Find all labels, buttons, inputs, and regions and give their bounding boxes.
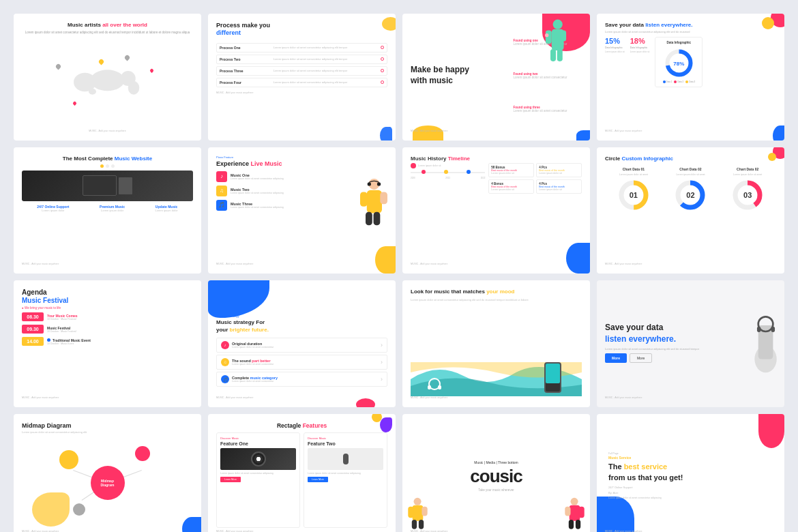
slide4-desc: Lorem ipsum dolor sit amet consectetur a… [605,30,699,33]
slide8-title: Circle Custom Infographic [605,156,776,162]
slide7-cards: 58 BonusBest music of the monthLorem ips… [488,163,582,194]
slide-10: Awesome Strategy Music strategy Foryour … [208,280,396,407]
slide15-content: Music | Media | Three bottom cousic Take… [411,422,582,530]
svg-rect-18 [366,212,372,226]
slide8-charts: Chart Data 01 Lorem ipsum dolor sit amet… [605,167,776,211]
process-item-4: Process Four Lorem ipsum dolor sit amet … [216,78,387,87]
slide15-subtitle: Music | Media | Three bottom [474,460,518,464]
svg-rect-35 [771,327,774,332]
slide-13: Midmap Diagram Lorem ipsum dolor sit ame… [14,414,201,532]
slide5-features: 24/7 Online SupportLorem ipsum dolor Pre… [22,205,193,212]
btn-learn-more-2[interactable]: Learn More [308,477,328,482]
schedule-item-2: 09.30 Music Festival 10 October · Music … [22,325,193,334]
stat-18: 18%Data InfographicLorem ipsum dolor sit [630,37,650,53]
blob-blue [380,127,392,141]
blob-pink [356,398,375,407]
process-item-2: Process Two Lorem ipsum dolor sit amet c… [216,55,387,64]
svg-point-1 [91,70,125,91]
option-3: 🎵 Complete music categoryLorem ipsum dol… [216,372,387,387]
chart-01: Chart Data 01 Lorem ipsum dolor sit amet… [617,167,650,211]
slide4-left: 15%Data InfographicLorem ipsum dolor sit… [605,37,649,57]
slide11-title: Look for music that matches your mood [411,289,582,295]
slide16-support: 24/7 Online Support [608,486,776,489]
slide15-tagline: Take your music wherever [478,488,514,492]
item-music-three: 🎵 Music ThreeLorem ipsum dolor sit amet … [216,200,310,211]
slide-14: Rectagle Features Discover Music Feature… [208,414,396,532]
slide6-footer: MUSIC - Add your music anywhere [216,263,387,265]
slide4-footer: MUSIC - Add your music anywhere [605,130,776,132]
svg-point-3 [128,81,140,95]
svg-rect-19 [373,212,380,226]
svg-point-11 [545,33,548,37]
blob-blue [773,125,784,141]
slide14-footer: MUSIC - Add your music anywhere [216,530,387,533]
card-2: 4 PcsBest music of the monthLorem ipsum … [536,163,582,177]
slide4-title: Save your data listen everywhere. [605,22,776,28]
slide10-footer: MUSIC - Add your music anywhere [216,396,387,399]
slide15-footer: MUSIC - Add your music anywhere [411,530,582,533]
donut-chart: 78% [664,48,694,78]
slide4-content: Save your data listen everywhere. Lorem … [605,22,776,87]
slide8-footer: MUSIC - Add your music anywhere [605,263,776,265]
midmap-center: MidmapDiagram [91,466,125,500]
stat-15: 15%Data InfographicLorem ipsum dolor sit [605,37,625,53]
slide12-desc: Lorem ipsum dolor sit amet consectetur a… [605,347,708,351]
svg-rect-9 [550,49,556,61]
slide3-footer: MUSIC - Add your music anywhere [411,130,582,132]
slide1-title: Music artists all over the world [22,22,193,28]
slide16-page-tag: Full Page [608,452,776,455]
figure-container [355,151,392,261]
item-music-one: ♪ Music OneLorem ipsum dolor sit amet co… [216,171,310,182]
slide9-subtitle: ● We bring your music to life [22,306,193,310]
hand-image [747,280,784,407]
slide5-title: The Most Complete Music Website [22,156,193,162]
headphones [424,377,445,391]
slide4-donut: Data Infographic 78% Data 1 Data 2 [655,37,703,87]
btn-more-1[interactable]: More [605,353,627,363]
map-pin-3 [123,54,130,61]
slide12-buttons: More More [605,353,708,363]
slide14-title: Rectagle Features [216,422,387,429]
timeline-line [411,172,485,173]
slide6-content: Piano Feature Experience Live Music ♪ Mu… [216,156,310,211]
donut-01: 01 [617,179,650,211]
slide-11: Look for music that matches your mood Lo… [402,280,590,407]
slide-2: Process make you different Process One L… [208,14,396,141]
slide5-dots [22,164,193,168]
option-2: ♫ The sound part betterLorem ipsum dolor… [216,355,387,370]
donut-02: 02 [674,179,707,211]
slide3-title: Make be happywith music [411,65,488,86]
schedule-item-3: 14.00 Traditional Music Event 10 October… [22,337,193,346]
slide-12: Save your datalisten everywhere. Lorem i… [597,280,784,407]
slide16-byline: By: Acei [608,491,776,494]
process-item-1: Process One Lorem ipsum dolor sit amet c… [216,43,387,53]
btn-learn-more-1[interactable]: Learn More [220,477,241,482]
chart-02: Chart Data 02 Lorem ipsum dolor sit amet… [674,167,707,211]
metric-2: Found using twoLorem ipsum dolor sit ame… [514,72,582,79]
slide7-left: Lorem ipsum dolor sit 202020212022 [411,163,485,194]
slide7-footer: MUSIC - Add your music anywhere [411,263,582,265]
donut-03: 03 [731,179,764,211]
slide-1: Music artists all over the world Lorem i… [14,14,201,141]
option-1: ♪ Original durationLorem ipsum dolor sit… [216,338,387,353]
node-2 [135,446,150,461]
slide-6: Piano Feature Experience Live Music ♪ Mu… [208,147,396,274]
btn-more-2[interactable]: More [630,353,652,363]
donut-container: 78% [659,48,698,78]
slide10-options: ♪ Original durationLorem ipsum dolor sit… [216,338,387,387]
slide16-desc: Lorem ipsum dolor sit amet consectetur a… [608,497,776,499]
feature-one: Discover Music Feature One Lorem ipsum d… [216,432,300,528]
slide14-features: Discover Music Feature One Lorem ipsum d… [216,432,387,528]
world-map-svg [22,63,193,101]
slide8-content: Circle Custom Infographic Chart Data 01 … [605,156,776,211]
svg-rect-34 [756,327,760,332]
feature-premium-music: Premium MusicLorem ipsum dolor [100,205,125,212]
legend-item-1: Data 1 [663,80,673,83]
slide9-title: AgendaMusic Festival [22,289,193,305]
feature-two-img [308,448,383,470]
legend-item-3: Data 3 [685,80,695,83]
slide7-title: Music History Timeline [411,156,582,162]
slide-16: Full Page Music Service The best service… [597,414,784,532]
slide4-stats: 15%Data InfographicLorem ipsum dolor sit… [605,37,776,87]
slide13-desc: Lorem ipsum dolor sit amet consectetur a… [22,430,125,434]
